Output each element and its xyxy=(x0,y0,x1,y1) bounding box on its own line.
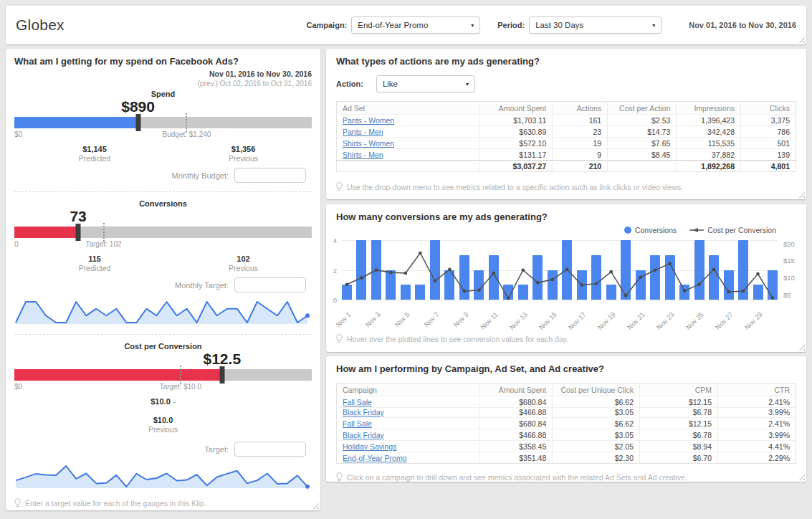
table-cell: $466.88 xyxy=(479,408,553,418)
monthly-target-input[interactable] xyxy=(234,277,306,292)
x-axis-tick: Nov 19 xyxy=(596,310,616,331)
table-header-row: Ad SetAmount SpentActionsCost per Action… xyxy=(337,102,796,115)
campaign-select[interactable]: End-of-Year Promo ▾ xyxy=(351,16,480,34)
column-header[interactable]: Ad Set xyxy=(337,102,479,115)
table-cell xyxy=(608,161,677,172)
actions-panel-title: What types of actions are my ads generat… xyxy=(336,56,796,67)
table-cell: 1,892,268 xyxy=(677,161,741,172)
legend-conversions[interactable]: Conversions xyxy=(624,226,677,234)
gauge-bar[interactable] xyxy=(14,227,312,238)
column-header[interactable]: Campaign xyxy=(337,384,479,396)
conversions-gauge: Conversions 73 0 Target: 102 115 Predict… xyxy=(14,199,312,325)
table-cell: $6.62 xyxy=(553,396,640,408)
column-header[interactable]: Amount Spent xyxy=(479,384,553,396)
table-cell: $630.89 xyxy=(479,126,553,138)
chart-legend: Conversions Cost per Conversion xyxy=(624,226,776,234)
actions-panel: What types of actions are my ads generat… xyxy=(326,49,806,199)
drill-down-link[interactable]: Fall Sale xyxy=(343,419,372,428)
previous-value: $1,356 xyxy=(229,145,258,154)
drill-down-link[interactable]: Black Friday xyxy=(343,431,384,439)
predicted-value: $1,145 xyxy=(79,145,110,154)
column-header[interactable]: CPM xyxy=(640,384,718,396)
target-input[interactable] xyxy=(234,442,306,457)
monthly-budget-label: Monthly Budget: xyxy=(172,171,229,180)
panel-resize-handle[interactable] xyxy=(798,343,805,351)
spend-panel-title: What am I getting for my spend on Facebo… xyxy=(14,56,312,67)
campaign-performance-panel: How am I performing by Campaign, Ad Set,… xyxy=(326,356,806,482)
column-header[interactable]: Cost per Action xyxy=(608,102,677,115)
table-total-row: $3,037.272101,892,2684,801 xyxy=(337,161,796,172)
drill-down-link[interactable]: Shirts - Men xyxy=(343,151,383,159)
drill-down-link[interactable]: Holiday Savings xyxy=(343,442,396,451)
gauge-value: $12.5 xyxy=(204,351,242,368)
column-header[interactable]: CTR xyxy=(718,384,796,396)
cost-sparkline xyxy=(14,462,312,490)
monthly-budget-input[interactable] xyxy=(234,168,306,183)
table-cell: $1,703.11 xyxy=(479,115,553,126)
gauge-bar[interactable] xyxy=(14,117,312,128)
table-cell: $14.73 xyxy=(608,126,677,138)
table-cell: $2.05 xyxy=(553,441,640,452)
gauge-min-label: 0 xyxy=(14,240,19,248)
legend-cost-per-conversion[interactable]: Cost per Conversion xyxy=(689,226,776,234)
panel-resize-handle[interactable] xyxy=(798,36,805,43)
column-header[interactable]: Impressions xyxy=(677,102,741,115)
table-row: Fall Sale$680.84$6.62$12.152.41% xyxy=(337,418,796,429)
column-header[interactable]: Cost per Unique Click xyxy=(553,384,640,396)
table-cell: 23 xyxy=(553,126,608,138)
table-row: Black Friday$466.88$3.05$6.783.99% xyxy=(337,429,796,441)
cost-per-conversion-line[interactable] xyxy=(342,240,778,300)
panel-resize-handle[interactable] xyxy=(312,502,319,509)
table-cell: $3.05 xyxy=(553,408,640,418)
action-filter-label: Action: xyxy=(336,80,363,88)
x-axis-tick: Nov 1 xyxy=(334,310,352,328)
campaign-panel-title: How am I performing by Campaign, Ad Set,… xyxy=(336,363,796,374)
previous-stat: $10.0 Previous xyxy=(148,416,178,434)
table-cell: $680.84 xyxy=(479,396,553,408)
gauge-current-marker xyxy=(76,224,81,241)
target-threshold-marker xyxy=(180,366,181,384)
spend-date-range: Nov 01, 2016 to Nov 30, 2016 (prev.) Oct… xyxy=(14,70,312,88)
spend-panel-hint: Enter a target value for each of the gau… xyxy=(14,498,312,508)
table-cell: 501 xyxy=(741,138,796,149)
period-select[interactable]: Last 30 Days ▾ xyxy=(529,16,661,34)
action-select[interactable]: Like ▾ xyxy=(376,75,475,92)
previous-stat: $1,356 Previous xyxy=(229,145,258,163)
panel-resize-handle[interactable] xyxy=(798,191,805,198)
predicted-value: $10.0 xyxy=(151,397,171,406)
table-cell: 786 xyxy=(741,126,796,138)
drill-down-link[interactable]: Pants - Men xyxy=(343,128,383,136)
table-cell xyxy=(337,161,479,172)
campaign-panel-hint: Click on a campaign to drill down and se… xyxy=(336,472,796,482)
legend-label: Cost per Conversion xyxy=(707,226,776,234)
left-axis-tick: 2 xyxy=(333,266,342,274)
table-cell: 2.41% xyxy=(718,396,796,408)
column-header[interactable]: Actions xyxy=(553,102,608,115)
campaign-select-value: End-of-Year Promo xyxy=(358,21,428,29)
target-label: Target: xyxy=(204,445,229,454)
hint-text: Enter a target value for each of the gau… xyxy=(25,499,206,508)
panel-resize-handle[interactable] xyxy=(798,473,805,480)
cost-per-conversion-gauge: Cost per Conversion $12.5 $0 Target: $10… xyxy=(14,342,312,490)
lightbulb-icon xyxy=(336,472,343,482)
table-row: Shirts - Women$572.1019$7.65115,535501 xyxy=(337,138,796,149)
x-axis-tick: Nov 11 xyxy=(479,310,500,331)
drill-down-link[interactable]: End-of-Year Promo xyxy=(343,454,407,462)
conversions-chart-panel: How many conversions are my ads generati… xyxy=(326,204,806,352)
table-cell: Fall Sale xyxy=(337,396,479,408)
conversions-panel-hint: Hover over the plotted lines to see conv… xyxy=(336,334,568,343)
column-header[interactable]: Clicks xyxy=(741,102,796,115)
drill-down-link[interactable]: Fall Sale xyxy=(343,398,372,406)
table-cell: Holiday Savings xyxy=(337,441,479,452)
drill-down-link[interactable]: Pants - Women xyxy=(343,116,394,125)
x-axis-tick: Nov 21 xyxy=(625,310,646,331)
table-cell: $12.15 xyxy=(640,418,718,429)
drill-down-link[interactable]: Black Friday xyxy=(343,408,384,416)
table-row: Pants - Men$630.8923$14.73342,428786 xyxy=(337,126,796,138)
drill-down-link[interactable]: Shirts - Women xyxy=(343,139,394,148)
predicted-stat: $10.0- xyxy=(151,397,176,407)
lightbulb-icon xyxy=(336,182,343,191)
gauge-fill xyxy=(14,117,138,128)
gauge-bar[interactable] xyxy=(14,369,312,381)
column-header[interactable]: Amount Spent xyxy=(479,102,553,115)
